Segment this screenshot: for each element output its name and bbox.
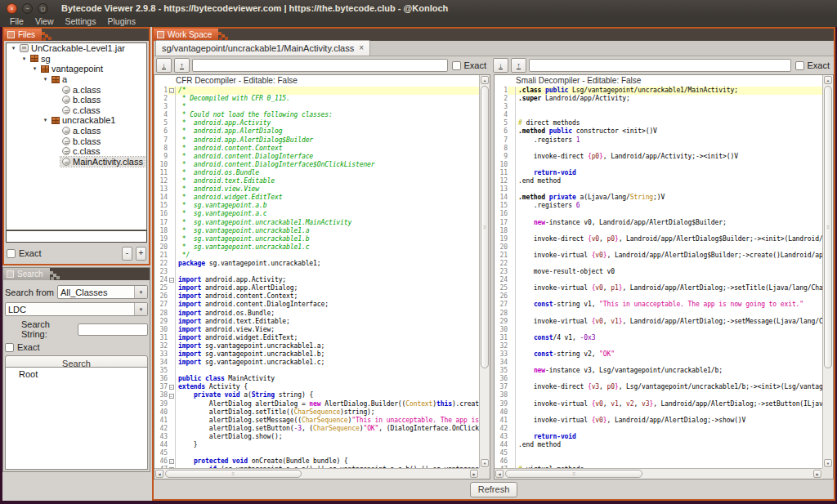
code-line[interactable]: 35 new-instance v3, Lsg/vantagepoint/unc… (495, 367, 822, 375)
code-line[interactable]: 46− protected void onCreate(Bundle bundl… (154, 457, 479, 466)
code-line[interactable]: 6 * android.app.AlertDialog (154, 127, 479, 136)
search-results-root-item[interactable]: Root (6, 368, 147, 379)
expand-arrow-icon[interactable]: ▾ (41, 117, 50, 123)
expand-arrow-icon[interactable]: ▾ (41, 76, 50, 83)
code-line[interactable]: 6.method public constructor <init>()V (495, 127, 822, 136)
tree-item[interactable]: ▾uncrackable1 (7, 115, 146, 126)
code-line[interactable]: 34import sg.vantagepoint.uncrackable1.c; (154, 359, 479, 367)
code-line[interactable]: 17 * sg.vantagepoint.uncrackable1.MainAc… (154, 219, 479, 227)
code-line[interactable]: 40 (495, 408, 822, 417)
smali-exact-checkbox[interactable] (795, 61, 804, 70)
tree-item[interactable]: a.class (7, 126, 146, 136)
font-decrease-button[interactable]: - (122, 247, 132, 261)
smali-search-input[interactable] (529, 59, 791, 72)
tab-close-icon[interactable]: × (359, 44, 364, 52)
search-from-select[interactable]: All_Classes ▼ (57, 285, 148, 299)
code-line[interactable]: 27 const-string v1, "This in unacceptabl… (495, 301, 822, 309)
window-maximize-button[interactable]: ◻ (38, 3, 48, 14)
code-line[interactable]: 8 (495, 145, 822, 153)
code-line[interactable]: 26import android.content.Context; (154, 292, 479, 301)
refresh-button[interactable]: Refresh (470, 482, 518, 497)
code-line[interactable]: 5 * android.app.Activity (154, 119, 479, 127)
code-line[interactable]: 15 .registers 6 (495, 202, 822, 210)
cfr-exact-checkbox[interactable] (452, 61, 461, 70)
code-line[interactable]: 43 alertDialog.show(); (154, 433, 479, 441)
code-line[interactable]: 24−import android.app.Activity; (154, 276, 479, 284)
code-line[interactable]: 25 invoke-virtual {v0, p1}, Landroid/app… (495, 284, 822, 292)
code-line[interactable]: 45 (495, 449, 822, 457)
smali-horizontal-scrollbar[interactable]: ◀ ≡ ▶ (495, 468, 822, 479)
code-line[interactable]: 38− private void a(String string) { (154, 391, 479, 399)
code-line[interactable]: 19 invoke-direct {v0, p0}, Landroid/app/… (495, 235, 822, 243)
code-line[interactable]: 41 alertDialog.setMessage((CharSequence)… (154, 417, 479, 425)
code-line[interactable]: 1.class public Lsg/vantagepoint/uncracka… (495, 87, 822, 95)
smali-hscroll-thumb[interactable]: ≡ (505, 470, 642, 478)
code-line[interactable]: 18 (495, 227, 822, 235)
font-increase-button[interactable]: + (136, 247, 146, 261)
tree-item[interactable]: ▾vantagepoint (7, 64, 146, 74)
code-line[interactable]: 4 (495, 111, 822, 119)
fold-icon[interactable]: − (169, 278, 174, 283)
code-line[interactable]: 42 alertDialog.setButton(-3, (CharSequen… (154, 425, 479, 433)
tree-item[interactable]: c.class (7, 146, 146, 157)
code-line[interactable]: 7 .registers 1 (495, 136, 822, 145)
code-line[interactable]: 7 * android.app.AlertDialog$Builder (154, 136, 479, 145)
window-close-button[interactable]: × (7, 3, 17, 14)
tree-item[interactable]: MainActivity.class (7, 157, 146, 167)
tree-item[interactable]: a.class (7, 84, 146, 95)
code-line[interactable]: 3 * (154, 103, 479, 111)
code-line[interactable]: 36public class MainActivity (154, 375, 479, 383)
code-line[interactable]: 16 (495, 210, 822, 218)
code-line[interactable]: 20 (495, 243, 822, 252)
cfr-vscroll-thumb[interactable]: ≡ (481, 86, 489, 368)
smali-find-prev-button[interactable]: ↑ (511, 58, 526, 73)
code-line[interactable]: 23 (154, 268, 479, 276)
code-line[interactable]: 1−/* (154, 87, 479, 95)
smali-vertical-scrollbar[interactable]: ▲ ≡ ▼ (822, 75, 833, 468)
code-line[interactable]: 20 * sg.vantagepoint.uncrackable1.c (154, 243, 479, 252)
code-line[interactable]: 12.end method (495, 177, 822, 185)
cfr-code-editor[interactable]: 1−/*2 * Decompiled with CFR 0_115.3 *4 *… (154, 87, 479, 468)
code-line[interactable]: 30import android.view.View; (154, 326, 479, 334)
code-line[interactable]: 35 (154, 367, 479, 375)
code-line[interactable]: 21 invoke-virtual {v0}, Landroid/app/Ale… (495, 252, 822, 260)
menu-view[interactable]: View (29, 16, 60, 27)
search-exact-checkbox[interactable] (5, 343, 14, 352)
code-line[interactable]: 28 (495, 310, 822, 318)
code-line[interactable]: 27import android.content.DialogInterface… (154, 301, 479, 309)
menu-file[interactable]: File (4, 16, 29, 27)
code-line[interactable]: 30 (495, 326, 822, 334)
expand-arrow-icon[interactable]: ▾ (9, 45, 18, 51)
code-line[interactable]: 17 new-instance v0, Landroid/app/AlertDi… (495, 219, 822, 227)
cfr-vertical-scrollbar[interactable]: ▲ ≡ ▼ (479, 75, 490, 468)
code-line[interactable]: 38 (495, 391, 822, 399)
fold-icon[interactable]: − (169, 459, 174, 464)
code-line[interactable]: 2.super Landroid/app/Activity; (495, 95, 822, 103)
code-line[interactable]: 13 * android.view.View (154, 185, 479, 194)
code-line[interactable]: 34 (495, 359, 822, 367)
tree-item[interactable]: c.class (7, 105, 146, 116)
tree-item[interactable]: b.class (7, 136, 146, 146)
search-panel-titlebar[interactable]: Search (3, 268, 150, 280)
scroll-right-icon[interactable]: ▶ (470, 470, 478, 478)
code-line[interactable]: 44.end method (495, 441, 822, 449)
code-line[interactable]: 37 invoke-direct {v3, p0}, Lsg/vantagepo… (495, 383, 822, 391)
code-line[interactable]: 23 move-result-object v0 (495, 268, 822, 276)
tab-mainactivity-class[interactable]: sg/vantagepoint/uncrackable1/MainActivit… (155, 40, 370, 56)
cfr-search-input[interactable] (192, 59, 448, 72)
tree-item[interactable]: ▾a (7, 74, 146, 85)
code-line[interactable]: 29 invoke-virtual {v0, v1}, Landroid/app… (495, 318, 822, 326)
scroll-up-icon[interactable]: ▲ (824, 76, 832, 84)
code-line[interactable]: 15 * sg.vantagepoint.a.b (154, 202, 479, 210)
code-line[interactable]: 28import android.os.Bundle; (154, 310, 479, 318)
code-line[interactable]: 33 const-string v2, "OK" (495, 350, 822, 359)
code-line[interactable]: 12 * android.text.Editable (154, 177, 479, 185)
cfr-find-next-button[interactable]: ↓ (156, 58, 172, 73)
fold-icon[interactable]: − (169, 394, 174, 399)
code-line[interactable]: 10 * android.content.DialogInterface$OnC… (154, 161, 479, 169)
code-line[interactable]: 42 (495, 425, 822, 433)
tree-item[interactable]: ▾UnCrackable-Level1.jar (7, 43, 146, 54)
menu-settings[interactable]: Settings (60, 16, 102, 27)
code-line[interactable]: 24 (495, 276, 822, 284)
cfr-horizontal-scrollbar[interactable]: ◀ ≡ ▶ (154, 468, 479, 479)
